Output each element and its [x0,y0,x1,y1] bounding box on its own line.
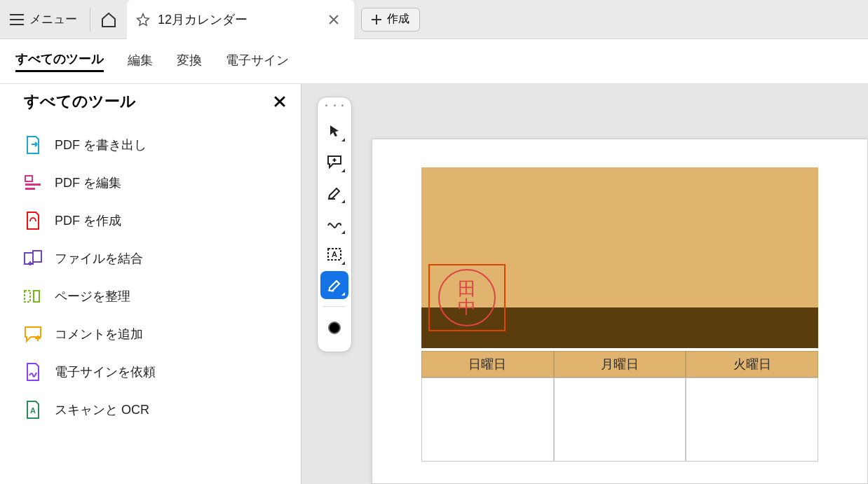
tool-label: PDF を作成 [55,212,121,229]
highlight-tool-button[interactable] [320,179,348,207]
day-header-sun: 日曜日 [421,351,554,378]
tool-label: PDF を編集 [55,174,121,191]
close-panel-button[interactable] [274,96,285,107]
tool-label: ページを整理 [55,288,130,305]
create-label: 作成 [387,12,409,27]
textbox-icon: A [327,247,342,261]
tool-combine-files[interactable]: ファイルを結合 [24,240,285,277]
svg-rect-5 [25,291,30,302]
tool-label: PDF を書き出し [55,137,147,153]
svg-text:A: A [332,250,337,258]
cursor-icon [328,124,341,138]
create-pdf-icon [24,212,42,230]
combine-files-icon [24,249,42,268]
toolbar-grip[interactable] [325,104,344,109]
star-icon[interactable] [135,12,151,27]
calendar-cell[interactable] [686,378,818,462]
svg-rect-2 [25,188,35,190]
stamp-text-2: 中 [458,298,476,316]
scan-ocr-icon: A [24,401,42,419]
tools-panel-title: すべてのツール [24,91,136,112]
tool-create-pdf[interactable]: PDF を作成 [24,202,285,240]
document-tab[interactable]: 12月カレンダー [127,0,354,39]
tool-label: 電子サインを依頼 [55,364,156,380]
tool-export-pdf[interactable]: PDF を書き出し [24,126,285,164]
toolbar-divider [323,306,346,307]
stamp-circle: 田 中 [438,269,496,326]
day-header-tue: 火曜日 [686,351,818,378]
menu-label: メニュー [29,11,77,27]
home-button[interactable] [93,0,124,39]
color-dot-icon [328,321,341,334]
tool-scan-ocr[interactable]: A スキャンと OCR [24,391,285,429]
organize-pages-icon [24,287,42,305]
tool-label: ファイルを結合 [55,250,143,267]
color-picker-button[interactable] [320,314,348,342]
menu-all-tools[interactable]: すべてのツール [15,50,104,72]
pdf-page[interactable]: 田 中 日曜日 月曜日 火曜日 [372,139,868,484]
edit-pdf-icon [24,174,42,192]
tool-edit-pdf[interactable]: PDF を編集 [24,164,285,202]
menu-esign[interactable]: 電子サイン [226,52,289,71]
menu-convert[interactable]: 変換 [177,52,202,71]
calendar-header: 田 中 [421,167,818,307]
menu-button[interactable]: メニュー [0,0,87,39]
select-tool-button[interactable] [320,117,348,145]
tool-label: スキャンと OCR [55,401,149,418]
svg-rect-4 [33,251,41,262]
tool-request-esign[interactable]: 電子サインを依頼 [24,353,285,391]
draw-tool-button[interactable] [320,209,348,237]
hamburger-icon [10,14,24,25]
svg-rect-0 [25,176,32,181]
stamp-annotation[interactable]: 田 中 [428,264,506,331]
tool-organize-pages[interactable]: ページを整理 [24,277,285,315]
request-esign-icon [24,363,42,381]
comment-tool-button[interactable] [320,148,348,176]
document-area: A 田 中 [301,84,868,484]
main-menu: すべてのツール 編集 変換 電子サイン [0,39,868,84]
quick-toolbar[interactable]: A [317,97,352,352]
add-comment-icon [24,325,42,343]
create-button[interactable]: 作成 [361,8,420,32]
svg-rect-1 [25,184,41,186]
day-header-mon: 月曜日 [554,351,686,378]
svg-text:A: A [30,406,36,415]
tab-close-button[interactable] [325,11,343,29]
home-icon [100,12,117,27]
calendar-cell[interactable] [421,378,554,462]
calendar-grid: 日曜日 月曜日 火曜日 [421,351,818,462]
svg-rect-3 [25,253,33,264]
textbox-tool-button[interactable]: A [320,240,348,268]
separator [90,8,90,32]
tool-label: コメントを追加 [55,326,143,343]
calendar-cell[interactable] [554,378,686,462]
sign-tool-button[interactable] [320,271,348,299]
draw-icon [327,217,342,230]
stamp-text-1: 田 [458,279,476,298]
highlighter-icon [327,186,342,200]
sign-icon [327,278,342,292]
tools-panel: すべてのツール PDF を書き出し PDF を編集 PDF を作成 [0,84,301,484]
svg-rect-6 [34,291,39,302]
plus-icon [372,15,381,25]
app-bar: メニュー 12月カレンダー 作成 [0,0,868,39]
export-pdf-icon [24,136,42,154]
speech-bubble-icon [327,155,342,169]
tab-title: 12月カレンダー [158,11,247,28]
tool-add-comment[interactable]: コメントを追加 [24,315,285,353]
menu-edit[interactable]: 編集 [128,52,153,71]
